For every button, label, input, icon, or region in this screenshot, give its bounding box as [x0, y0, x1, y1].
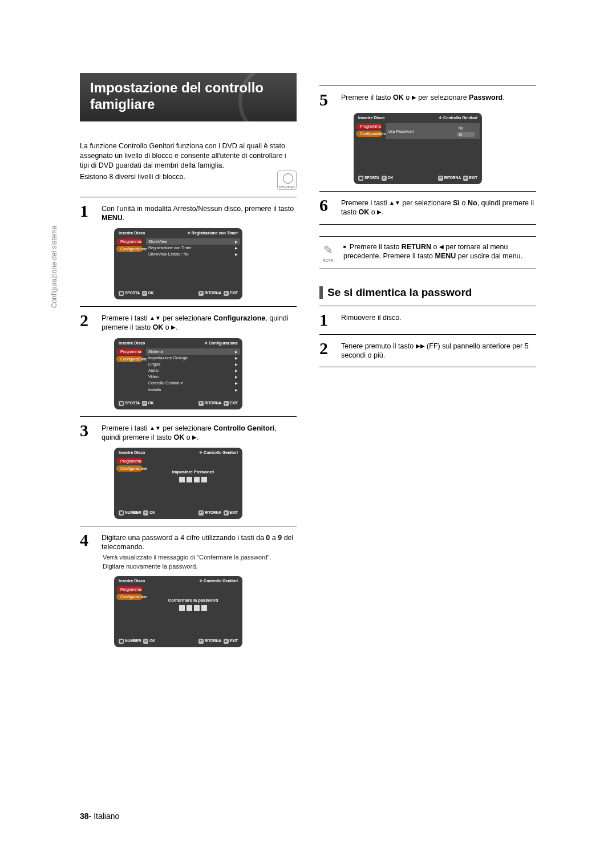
step-2: 2 Premere i tasti ▲▼ per selezionare Con…: [80, 313, 297, 332]
intro-text: La funzione Controllo Genitori funziona …: [80, 141, 297, 171]
osd-side-config: Configurazione: [116, 594, 143, 600]
password-boxes: [179, 477, 207, 482]
step-a: 1 Rimuovere il disco.: [319, 312, 536, 327]
osd-row: Video▶: [146, 374, 240, 380]
osd-title: Inserire Disco: [119, 341, 145, 346]
page-number: 38: [80, 812, 89, 821]
osd-row: ShowView Esteso : No▶: [146, 251, 240, 257]
osd-title: Inserire Disco: [358, 116, 384, 120]
subhead-bar-icon: [319, 286, 323, 299]
step-text: Premere i tasti ▲▼ per selezionare Confi…: [102, 313, 297, 332]
dvd-video-icon: DVD-VIDEO: [277, 171, 297, 190]
page-content: Impostazione del controllo famigliare La…: [80, 73, 536, 650]
note-text: ■Premere il tasto RETURN o ◀ per tornare…: [343, 242, 536, 263]
step-number: 1: [319, 312, 335, 327]
step-number: 5: [319, 92, 335, 107]
page-footer: 38- Italiano: [80, 812, 119, 821]
osd-side-programma: Programma: [116, 238, 143, 245]
osd-screenshot-2: Inserire Disco Configurazione Programma …: [114, 338, 242, 409]
page-language: Italiano: [94, 812, 119, 821]
step-number: 4: [80, 532, 96, 552]
osd-side-config: Configurazione: [356, 131, 382, 137]
step-4-sub2: Digitare nuovamente la password.: [103, 562, 297, 570]
osd-screenshot-4: Inserire Disco Controllo Genitori Progra…: [114, 576, 242, 647]
step-4: 4 Digitare una password a 4 cifre utiliz…: [80, 532, 297, 552]
page-title: Impostazione del controllo famigliare: [80, 73, 297, 121]
osd-row: Registrazione con Timer▶: [146, 245, 240, 251]
step-text: Tenere premuto il tasto ▶▶ (FF) sul pann…: [341, 340, 536, 360]
step-text: Rimuovere il disco.: [341, 312, 536, 327]
osd-screenshot-3: Inserire Disco Controllo Genitori Progra…: [114, 448, 242, 519]
osd-side-config: Configurazione: [116, 246, 143, 252]
subhead-text: Se si dimentica la password: [327, 286, 472, 299]
osd-row: Lingua▶: [146, 361, 240, 367]
note-label: NOTA: [319, 258, 337, 263]
levels-text: Esistono 8 diversi livelli di blocco. DV…: [80, 173, 297, 181]
osd-password-label: Impostare Password: [146, 469, 240, 474]
note-block: ✎ NOTA ■Premere il tasto RETURN o ◀ per …: [319, 236, 536, 269]
osd-side-programma: Programma: [116, 348, 143, 355]
osd-row: Audio▶: [146, 367, 240, 374]
step-text: Digitare una password a 4 cifre utilizza…: [102, 532, 297, 552]
osd-screenshot-5: Inserire Disco Controllo Genitori Progra…: [354, 113, 482, 184]
osd-password-label: Confermare la password: [146, 598, 240, 603]
osd-breadcrumb: Configurazione: [204, 341, 238, 346]
subheading-forgot-password: Se si dimentica la password: [319, 286, 536, 299]
left-column: Impostazione del controllo famigliare La…: [80, 73, 297, 650]
osd-screenshot-1: Inserire Disco Registrazione con Timer P…: [114, 228, 242, 299]
step-4-sub1: Verrà visualizzato il messaggio di "Conf…: [103, 553, 297, 561]
osd-breadcrumb: Controllo Genitori: [199, 579, 238, 583]
password-boxes: [179, 605, 207, 611]
osd-side-programma: Programma: [116, 458, 143, 464]
step-number: 1: [80, 203, 96, 223]
osd-side-config: Configurazione: [116, 465, 143, 472]
osd-row: Impostazione Orologio▶: [146, 355, 240, 361]
step-3: 3 Premere i tasti ▲▼ per selezionare Con…: [80, 423, 297, 443]
step-text: Premere il tasto OK o ▶ per selezionare …: [341, 92, 536, 107]
step-text: Con l'unità in modalità Arresto/Nessun d…: [102, 203, 297, 223]
osd-title: Inserire Disco: [119, 451, 145, 455]
step-1: 1 Con l'unità in modalità Arresto/Nessun…: [80, 203, 297, 223]
osd-breadcrumb: Controllo Genitori: [199, 451, 238, 455]
levels-label: Esistono 8 diversi livelli di blocco.: [80, 173, 185, 181]
step-6: 6 Premere i tasti ▲▼ per selezionare Sì …: [319, 197, 536, 217]
title-line-2: famigliare: [90, 96, 155, 112]
osd-side-programma: Programma: [116, 586, 143, 593]
osd-row: Controllo Genitori ✔▶: [146, 380, 240, 387]
step-number: 2: [80, 313, 96, 332]
side-section-label: Configurazione del sistema: [50, 225, 58, 308]
osd-row: ShowView▶: [146, 238, 240, 245]
step-number: 2: [319, 340, 335, 360]
osd-side-programma: Programma: [356, 123, 382, 129]
step-number: 3: [80, 423, 96, 443]
osd-title: Inserire Disco: [119, 579, 145, 583]
osd-title: Inserire Disco: [119, 231, 145, 236]
osd-row: Installa▶: [146, 387, 240, 393]
title-line-1: Impostazione del controllo: [90, 80, 264, 95]
right-column: 5 Premere il tasto OK o ▶ per selezionar…: [319, 73, 536, 650]
step-5: 5 Premere il tasto OK o ▶ per selezionar…: [319, 92, 536, 107]
osd-breadcrumb: Controllo Genitori: [439, 116, 477, 120]
osd-option-si: Sì: [457, 132, 475, 137]
step-number: 6: [319, 197, 335, 217]
osd-breadcrumb: Registrazione con Timer: [187, 231, 238, 236]
osd-option-no: No: [457, 125, 475, 131]
step-text: Premere i tasti ▲▼ per selezionare Contr…: [102, 423, 297, 443]
step-text: Premere i tasti ▲▼ per selezionare Sì o …: [341, 197, 536, 217]
osd-row: Sistema▶: [146, 348, 240, 355]
osd-side-config: Configurazione: [116, 356, 143, 362]
step-b: 2 Tenere premuto il tasto ▶▶ (FF) sul pa…: [319, 340, 536, 360]
note-icon: ✎: [319, 242, 337, 258]
osd-row: Usa Password No Sì: [386, 123, 480, 139]
